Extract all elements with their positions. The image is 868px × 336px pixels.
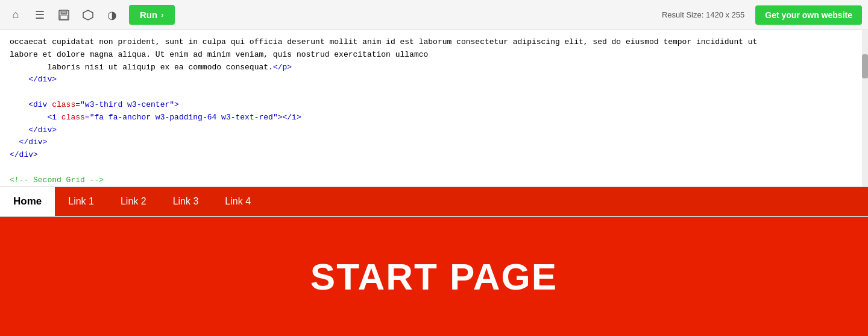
scrollbar-thumb[interactable] bbox=[862, 54, 868, 78]
code-line: <!-- Second Grid --> bbox=[10, 174, 858, 187]
tag-icon[interactable] bbox=[78, 5, 98, 25]
nav-home-link[interactable]: Home bbox=[0, 187, 55, 216]
code-line: occaecat cupidatat non proident, sunt in… bbox=[10, 36, 858, 49]
preview-area: Home Link 1 Link 2 Link 3 Link 4 START P… bbox=[0, 187, 868, 336]
toolbar: ⌂ ☰ ◑ Run › Result Size: 1420 x 255 Get … bbox=[0, 0, 868, 30]
svg-rect-1 bbox=[61, 10, 67, 14]
code-line: laboris nisi ut aliquip ex ea commodo co… bbox=[10, 62, 858, 74]
code-line bbox=[10, 162, 858, 174]
preview-content: START PAGE bbox=[0, 217, 868, 336]
home-icon[interactable]: ⌂ bbox=[6, 5, 25, 25]
start-page-title: START PAGE bbox=[310, 255, 558, 298]
nav-link-2[interactable]: Link 2 bbox=[107, 187, 160, 216]
run-button[interactable]: Run › bbox=[129, 5, 175, 25]
svg-marker-3 bbox=[83, 10, 93, 20]
code-line: </div> bbox=[10, 74, 858, 86]
run-label: Run bbox=[140, 10, 157, 20]
get-website-button[interactable]: Get your own website bbox=[755, 5, 862, 25]
code-line: </div> bbox=[10, 136, 858, 149]
contrast-icon[interactable]: ◑ bbox=[102, 5, 122, 25]
code-editor[interactable]: occaecat cupidatat non proident, sunt in… bbox=[0, 30, 868, 187]
code-line bbox=[10, 86, 858, 99]
preview-nav: Home Link 1 Link 2 Link 3 Link 4 bbox=[0, 187, 868, 217]
save-icon[interactable] bbox=[54, 5, 74, 25]
scrollbar-track[interactable] bbox=[862, 30, 868, 187]
code-line: </div> bbox=[10, 124, 858, 137]
menu-icon[interactable]: ☰ bbox=[30, 5, 49, 25]
nav-link-4[interactable]: Link 4 bbox=[212, 187, 264, 216]
run-chevron: › bbox=[161, 10, 163, 19]
code-line: <i class="fa fa-anchor w3-padding-64 w3-… bbox=[10, 112, 858, 124]
result-size-label: Result Size: 1420 x 255 bbox=[662, 10, 744, 19]
svg-rect-2 bbox=[60, 15, 68, 19]
code-line: <div class="w3-third w3-center"> bbox=[10, 99, 858, 112]
code-line: </div> bbox=[10, 149, 858, 162]
nav-link-1[interactable]: Link 1 bbox=[55, 187, 107, 216]
code-line: labore et dolore magna aliqua. Ut enim a… bbox=[10, 49, 858, 62]
nav-link-3[interactable]: Link 3 bbox=[160, 187, 212, 216]
